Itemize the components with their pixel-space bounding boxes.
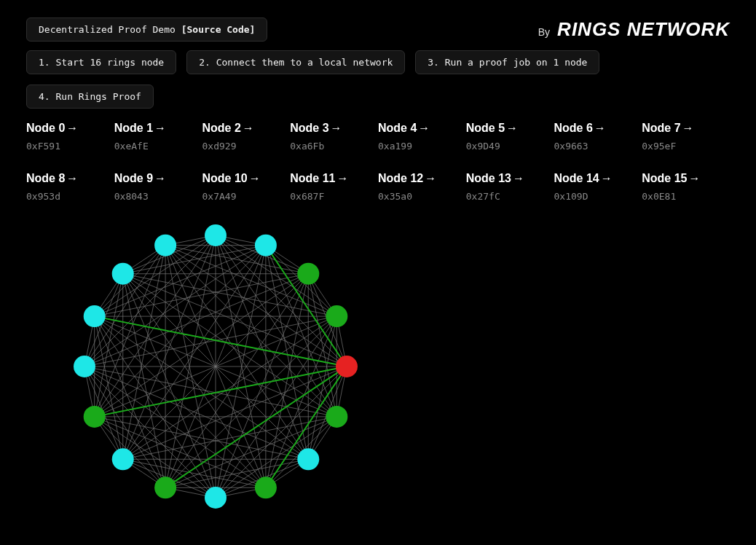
node-address: 0x953d [26,191,114,202]
node-cell-11: Node 11→0x687F [290,172,378,202]
graph-node-12[interactable] [205,224,227,246]
arrow-icon: → [243,122,254,135]
node-label: Node 0 [26,122,65,135]
graph-node-1[interactable] [326,406,347,428]
node-label: Node 2 [202,122,241,135]
node-address: 0x27fC [466,191,554,202]
arrow-icon: → [331,122,342,135]
graph-node-13[interactable] [255,235,277,256]
node-address: 0x8043 [114,191,202,202]
node-link-2[interactable]: Node 2→ [202,122,254,135]
node-label: Node 10 [202,172,248,185]
graph-node-5[interactable] [154,477,176,498]
node-link-13[interactable]: Node 13→ [466,172,524,185]
source-code-link[interactable]: [Source Code] [181,24,256,35]
arrow-icon: → [154,122,166,135]
node-link-0[interactable]: Node 0→ [26,122,78,135]
arrow-icon: → [689,172,701,185]
node-cell-9: Node 9→0x8043 [114,172,202,202]
node-address: 0x7A49 [202,191,291,202]
node-cell-14: Node 14→0x109D [554,172,642,202]
node-link-3[interactable]: Node 3→ [290,122,342,135]
node-label: Node 14 [554,172,599,185]
node-label: Node 8 [26,172,65,185]
node-address: 0x9663 [554,141,642,152]
steps-row: 1. Start 16 rings node2. Connect them to… [26,50,730,109]
node-link-4[interactable]: Node 4→ [378,122,430,135]
brand-block: By RINGS NETWORK [538,18,730,41]
by-label: By [538,26,550,38]
node-link-9[interactable]: Node 9→ [114,172,166,185]
graph-node-6[interactable] [112,448,134,470]
node-address: 0x687F [290,191,378,202]
node-cell-10: Node 10→0x7A49 [202,172,291,202]
node-label: Node 9 [114,172,153,185]
node-label: Node 4 [378,122,417,135]
step-button-3[interactable]: 3. Run a proof job on 1 node [415,50,599,74]
step-button-4[interactable]: 4. Run Rings Proof [26,85,154,109]
node-address: 0xa6Fb [290,141,378,152]
node-label: Node 7 [642,122,680,135]
arrow-icon: → [418,122,430,135]
arrow-icon: → [682,122,694,135]
nodes-grid: Node 0→0xF591Node 1→0xeAfENode 2→0xd929N… [26,122,730,202]
graph-node-15[interactable] [326,305,347,327]
node-cell-15: Node 15→0x0E81 [642,172,730,202]
node-link-8[interactable]: Node 8→ [26,172,78,185]
arrow-icon: → [425,172,436,185]
node-label: Node 11 [290,172,335,185]
graph-node-8[interactable] [74,356,95,377]
graph-node-4[interactable] [205,487,227,509]
arrow-icon: → [66,172,78,185]
node-link-12[interactable]: Node 12→ [378,172,436,185]
graph-edge [123,235,216,459]
node-label: Node 15 [642,172,687,185]
network-graph[interactable] [70,221,361,512]
graph-node-10[interactable] [112,263,134,285]
arrow-icon: → [249,172,261,185]
node-cell-13: Node 13→0x27fC [466,172,554,202]
node-link-15[interactable]: Node 15→ [642,172,700,185]
step-button-2[interactable]: 2. Connect them to a local network [186,50,405,74]
graph-node-0[interactable] [336,356,358,377]
arrow-icon: → [594,122,606,135]
node-cell-1: Node 1→0xeAfE [114,122,202,152]
arrow-icon: → [154,172,166,185]
node-link-1[interactable]: Node 1→ [114,122,166,135]
node-link-7[interactable]: Node 7→ [642,122,693,135]
node-label: Node 12 [378,172,423,185]
node-link-11[interactable]: Node 11→ [290,172,348,185]
graph-node-2[interactable] [297,448,319,470]
arrow-icon: → [66,122,78,135]
node-cell-0: Node 0→0xF591 [26,122,114,152]
node-address: 0x35a0 [378,191,466,202]
node-address: 0xd929 [202,141,291,152]
graph-node-14[interactable] [297,263,319,285]
node-label: Node 13 [466,172,511,185]
node-label: Node 3 [290,122,328,135]
node-cell-7: Node 7→0x95eF [642,122,730,152]
node-link-14[interactable]: Node 14→ [554,172,613,185]
graph-node-9[interactable] [84,305,106,327]
node-label: Node 5 [466,122,505,135]
graph-node-3[interactable] [255,477,277,498]
node-cell-12: Node 12→0x35a0 [378,172,466,202]
node-address: 0x109D [554,191,642,202]
arrow-icon: → [337,172,349,185]
arrow-icon: → [601,172,613,185]
node-link-6[interactable]: Node 6→ [554,122,606,135]
node-link-5[interactable]: Node 5→ [466,122,518,135]
node-address: 0xeAfE [114,141,202,152]
graph-node-7[interactable] [84,406,106,428]
node-label: Node 1 [114,122,153,135]
node-address: 0x0E81 [642,191,730,202]
title-pill[interactable]: Decentralized Proof Demo [Source Code] [26,17,267,42]
node-address: 0xF591 [26,141,114,152]
graph-node-11[interactable] [154,235,176,256]
node-address: 0x95eF [642,141,730,152]
node-cell-5: Node 5→0x9D49 [466,122,554,152]
node-link-10[interactable]: Node 10→ [202,172,261,185]
node-cell-6: Node 6→0x9663 [554,122,642,152]
step-button-1[interactable]: 1. Start 16 rings node [26,50,176,74]
node-cell-2: Node 2→0xd929 [202,122,291,152]
